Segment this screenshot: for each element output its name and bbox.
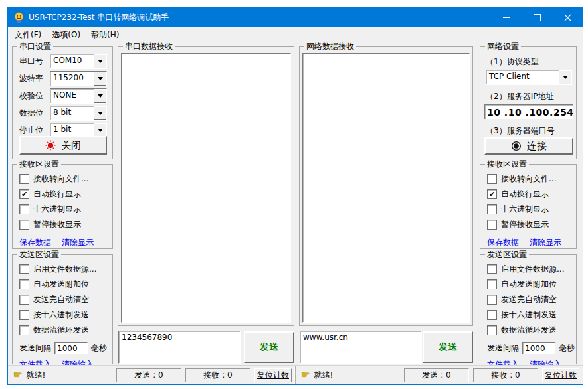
network-clear-display-link[interactable]: 清除显示 — [530, 237, 561, 248]
data-bits-select[interactable]: 8 bit — [50, 106, 107, 121]
serial-send-interval-input[interactable] — [54, 342, 88, 354]
network-send-button[interactable]: 发送 — [423, 331, 473, 363]
menu-help[interactable]: 帮助(H) — [86, 28, 124, 42]
checkbox-label: 自动发送附加位 — [33, 279, 89, 290]
checkbox-icon[interactable] — [19, 325, 29, 335]
parity-select[interactable]: NONE — [50, 88, 107, 104]
serial-checkbox-auto-newline[interactable]: ✔ 自动换行显示 — [19, 187, 112, 202]
connect-button[interactable]: 连接 — [484, 137, 573, 155]
serial-clear-display-link[interactable]: 清除显示 — [62, 237, 94, 248]
serial-send-input[interactable]: 1234567890 — [118, 331, 241, 364]
serial-sent-counter: 发送 : 0 — [116, 368, 181, 382]
network-checkbox-loop-send[interactable]: 数据流循环发送 — [487, 323, 576, 338]
serial-recv-settings-legend: 接收区设置 — [17, 159, 61, 169]
checkbox-icon[interactable] — [487, 295, 497, 305]
network-receive-area[interactable] — [302, 53, 470, 323]
serial-reset-count-button[interactable]: 复位计数 — [254, 368, 292, 382]
network-recv-settings-legend: 接收区设置 — [485, 159, 529, 169]
maximize-icon — [534, 14, 541, 21]
checkbox-icon[interactable] — [19, 174, 29, 184]
network-settings-legend: 网络设置 — [485, 42, 521, 51]
checkbox-icon[interactable] — [19, 279, 29, 289]
network-data-column: 网络数据接收 www.usr.cn 发送 — [299, 42, 473, 365]
dropdown-arrow-icon[interactable] — [94, 89, 106, 103]
checkbox-icon[interactable]: ✔ — [487, 189, 497, 199]
network-data-receive-group: 网络数据接收 — [299, 46, 473, 326]
dropdown-arrow-icon[interactable] — [94, 106, 106, 120]
network-checkbox-auto-send-append[interactable]: 自动发送附加位 — [487, 277, 576, 292]
dropdown-arrow-icon[interactable] — [559, 70, 571, 84]
network-save-data-link[interactable]: 保存数据 — [487, 237, 519, 248]
com-port-select[interactable]: COM10 — [50, 54, 107, 69]
checkbox-icon[interactable] — [19, 220, 29, 230]
network-checkbox-receive-to-file[interactable]: 接收转向文件... — [487, 171, 576, 187]
send-interval-label: 发送间隔 — [487, 343, 519, 354]
serial-checkbox-auto-send-append[interactable]: 自动发送附加位 — [19, 277, 112, 292]
network-send-interval-input[interactable] — [522, 342, 555, 354]
server-port-label: （3）服务器端口号 — [486, 125, 576, 137]
titlebar[interactable]: USR-TCP232-Test 串口转网络调试助手 — [8, 7, 583, 27]
dropdown-arrow-icon[interactable] — [94, 123, 106, 137]
menu-file[interactable]: 文件(F) — [9, 28, 47, 42]
server-ip-input[interactable]: 10 .10 .100.254 — [484, 104, 573, 119]
network-checkbox-auto-newline[interactable]: ✔ 自动换行显示 — [487, 187, 576, 202]
checkbox-icon[interactable] — [487, 279, 497, 289]
checkbox-icon[interactable] — [19, 204, 29, 214]
checkbox-icon[interactable] — [487, 325, 497, 335]
serial-checkbox-clear-after-send[interactable]: 发送完自动清空 — [19, 292, 112, 307]
maximize-button[interactable] — [522, 7, 552, 27]
network-checkbox-clear-after-send[interactable]: 发送完自动清空 — [487, 292, 576, 307]
checkbox-icon[interactable] — [19, 264, 29, 274]
baud-rate-select[interactable]: 115200 — [50, 71, 107, 86]
checkbox-icon[interactable] — [19, 310, 29, 320]
serial-status-ready: 就绪! — [26, 370, 112, 381]
checkbox-icon[interactable]: ✔ — [19, 189, 29, 199]
serial-clear-input-link[interactable]: 清除输入 — [62, 359, 94, 365]
close-serial-button[interactable]: 关闭 — [19, 136, 107, 155]
menubar: 文件(F) 选项(O) 帮助(H) — [8, 27, 583, 42]
connect-button-label: 连接 — [527, 140, 547, 153]
protocol-select[interactable]: TCP Client — [486, 70, 572, 85]
checkbox-icon[interactable] — [487, 220, 497, 230]
checkbox-icon[interactable] — [19, 295, 29, 305]
checkbox-icon[interactable] — [487, 204, 497, 214]
checkbox-label: 接收转向文件... — [33, 173, 88, 185]
network-checkbox-hex-display[interactable]: 十六进制显示 — [487, 202, 576, 217]
serial-load-file-link[interactable]: 文件载入 — [19, 359, 51, 365]
network-settings-column: 网络设置 （1）协议类型 TCP Client （2）服务器IP地址 10 .1… — [480, 42, 577, 365]
network-checkbox-send-as-hex[interactable]: 按十六进制发送 — [487, 307, 576, 323]
network-checkbox-enable-file-source[interactable]: 启用文件数据源... — [487, 262, 576, 277]
serial-data-receive-legend: 串口数据接收 — [123, 42, 175, 51]
serial-checkbox-receive-to-file[interactable]: 接收转向文件... — [19, 171, 112, 187]
serial-checkbox-pause-receive[interactable]: 暂停接收显示 — [19, 217, 112, 232]
checkbox-icon[interactable] — [487, 174, 497, 184]
checkbox-icon[interactable] — [487, 264, 497, 274]
network-reset-count-button[interactable]: 复位计数 — [542, 368, 579, 382]
dropdown-arrow-icon[interactable] — [94, 72, 106, 86]
network-send-input[interactable]: www.usr.cn — [300, 331, 422, 364]
serial-settings-legend: 串口设置 — [17, 42, 53, 51]
close-button[interactable] — [552, 7, 583, 27]
network-load-file-link[interactable]: 文件载入 — [487, 359, 519, 365]
dropdown-arrow-icon[interactable] — [94, 54, 106, 68]
network-clear-input-link[interactable]: 清除输入 — [530, 359, 561, 365]
serial-checkbox-loop-send[interactable]: 数据流循环发送 — [19, 323, 112, 338]
serial-save-data-link[interactable]: 保存数据 — [19, 237, 51, 248]
serial-send-row: 1234567890 发送 — [118, 331, 294, 364]
menu-options[interactable]: 选项(O) — [47, 28, 86, 42]
serial-checkbox-enable-file-source[interactable]: 启用文件数据源... — [19, 262, 112, 277]
parity-value: NONE — [50, 89, 94, 103]
checkbox-icon[interactable] — [487, 310, 497, 320]
network-checkbox-pause-receive[interactable]: 暂停接收显示 — [487, 217, 576, 232]
main-content: 串口设置 串口号 COM10 波特率 115200 校验位 — [8, 42, 583, 365]
checkbox-label: 数据流循环发送 — [33, 325, 89, 336]
serial-received-counter: 接收 : 0 — [185, 368, 250, 382]
minimize-button[interactable] — [491, 7, 522, 27]
serial-send-button[interactable]: 发送 — [244, 331, 294, 363]
serial-settings-column: 串口设置 串口号 COM10 波特率 115200 校验位 — [12, 42, 113, 365]
server-ip-label: （2）服务器IP地址 — [486, 91, 576, 102]
serial-receive-area[interactable] — [121, 53, 291, 323]
network-send-row: www.usr.cn 发送 — [299, 331, 473, 364]
serial-checkbox-hex-display[interactable]: 十六进制显示 — [19, 202, 112, 217]
serial-checkbox-send-as-hex[interactable]: 按十六进制发送 — [19, 307, 112, 323]
